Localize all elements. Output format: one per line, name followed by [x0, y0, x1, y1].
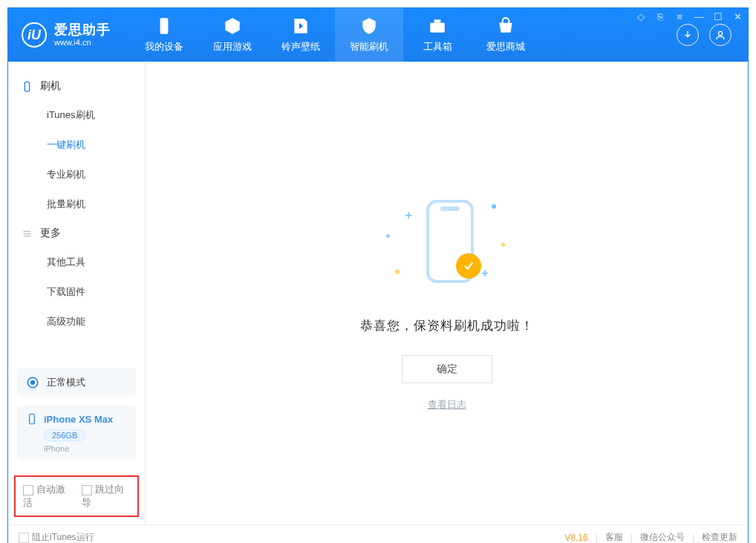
nav-label: 铃声壁纸 [281, 40, 320, 53]
mode-label: 正常模式 [47, 376, 85, 389]
svg-rect-0 [160, 18, 169, 34]
sidebar-item-batch-flash[interactable]: 批量刷机 [8, 189, 145, 219]
device-card[interactable]: iPhone XS Max 256GB iPhone [17, 406, 136, 461]
sidebar-item-download-firmware[interactable]: 下载固件 [8, 277, 145, 307]
sidebar-item-other-tools[interactable]: 其他工具 [8, 247, 145, 277]
phone-icon [22, 81, 33, 92]
flash-options-highlight: 自动激活 跳过向导 [14, 475, 139, 517]
feedback-icon[interactable]: ⎘ [654, 11, 666, 22]
nav-label: 应用游戏 [213, 40, 252, 53]
user-button[interactable] [709, 24, 731, 46]
logo-icon: iU [22, 22, 47, 48]
footer-link-wechat[interactable]: 微信公众号 [640, 531, 685, 543]
nav-label: 工具箱 [423, 40, 452, 53]
device-capacity: 256GB [44, 429, 85, 441]
device-mode-card[interactable]: 正常模式 [17, 368, 136, 397]
sidebar-item-oneclick-flash[interactable]: 一键刷机 [8, 130, 145, 160]
sidebar-section-flash: 刷机 [8, 72, 145, 100]
skin-icon[interactable]: ◇ [635, 11, 647, 22]
svg-rect-1 [430, 23, 445, 33]
app-logo: iU 爱思助手 www.i4.cn [8, 22, 124, 48]
device-icon [26, 413, 38, 425]
footer-link-support[interactable]: 客服 [605, 531, 623, 543]
view-log-link[interactable]: 查看日志 [428, 398, 466, 412]
ok-button[interactable]: 确定 [402, 355, 492, 383]
nav-label: 爱思商城 [486, 40, 525, 53]
svg-point-6 [31, 381, 35, 385]
device-type: iPhone [44, 444, 127, 453]
checkbox-skip-guide[interactable]: 跳过向导 [82, 483, 130, 510]
svg-rect-4 [25, 82, 29, 91]
sidebar-item-itunes-flash[interactable]: iTunes刷机 [8, 100, 145, 130]
footer: 阻止iTunes运行 V8.16 | 客服 | 微信公众号 | 检查更新 [8, 524, 748, 543]
window-controls: ◇ ⎘ ≡ — ☐ ✕ [635, 11, 743, 22]
svg-rect-7 [30, 414, 35, 423]
checkbox-block-itunes[interactable]: 阻止iTunes运行 [19, 531, 94, 543]
svg-point-3 [718, 31, 722, 35]
nav-smart-flash[interactable]: 智能刷机 [335, 8, 403, 62]
titlebar: ◇ ⎘ ≡ — ☐ ✕ iU 爱思助手 www.i4.cn 我的设备 应用游戏 [8, 8, 748, 62]
menu-icon[interactable]: ≡ [674, 11, 685, 22]
app-name: 爱思助手 [54, 23, 111, 38]
nav-apps-games[interactable]: 应用游戏 [198, 8, 267, 62]
nav-store[interactable]: 爱思商城 [472, 8, 540, 62]
mode-icon [26, 376, 39, 389]
sidebar-section-more: 更多 [8, 219, 145, 247]
sidebar-item-advanced[interactable]: 高级功能 [8, 307, 145, 336]
device-name: iPhone XS Max [44, 414, 113, 425]
sidebar-item-pro-flash[interactable]: 专业刷机 [8, 160, 145, 189]
svg-rect-2 [434, 19, 441, 22]
nav-my-device[interactable]: 我的设备 [130, 8, 198, 62]
app-window: ◇ ⎘ ≡ — ☐ ✕ iU 爱思助手 www.i4.cn 我的设备 应用游戏 [7, 7, 749, 543]
download-button[interactable] [677, 24, 699, 46]
check-badge-icon [456, 253, 481, 279]
top-nav: 我的设备 应用游戏 铃声壁纸 智能刷机 工具箱 爱思商城 [130, 8, 540, 62]
minimize-button[interactable]: — [693, 11, 705, 22]
sidebar: 刷机 iTunes刷机 一键刷机 专业刷机 批量刷机 更多 其他工具 下载固件 … [8, 62, 146, 524]
nav-label: 我的设备 [145, 40, 183, 53]
checkbox-auto-activate[interactable]: 自动激活 [23, 483, 71, 510]
app-url: www.i4.cn [54, 38, 111, 47]
nav-label: 智能刷机 [350, 40, 388, 53]
footer-link-update[interactable]: 检查更新 [702, 531, 737, 543]
list-icon [22, 228, 33, 239]
nav-ringtone-wallpaper[interactable]: 铃声壁纸 [267, 8, 335, 62]
success-illustration: ++ [373, 195, 521, 299]
maximize-button[interactable]: ☐ [712, 11, 724, 22]
nav-toolbox[interactable]: 工具箱 [403, 8, 472, 62]
version-label: V8.16 [564, 533, 587, 543]
main-content: ++ 恭喜您，保资料刷机成功啦！ 确定 查看日志 [146, 62, 748, 524]
body: 刷机 iTunes刷机 一键刷机 专业刷机 批量刷机 更多 其他工具 下载固件 … [8, 62, 748, 524]
success-message: 恭喜您，保资料刷机成功啦！ [360, 317, 534, 334]
close-button[interactable]: ✕ [731, 11, 743, 22]
